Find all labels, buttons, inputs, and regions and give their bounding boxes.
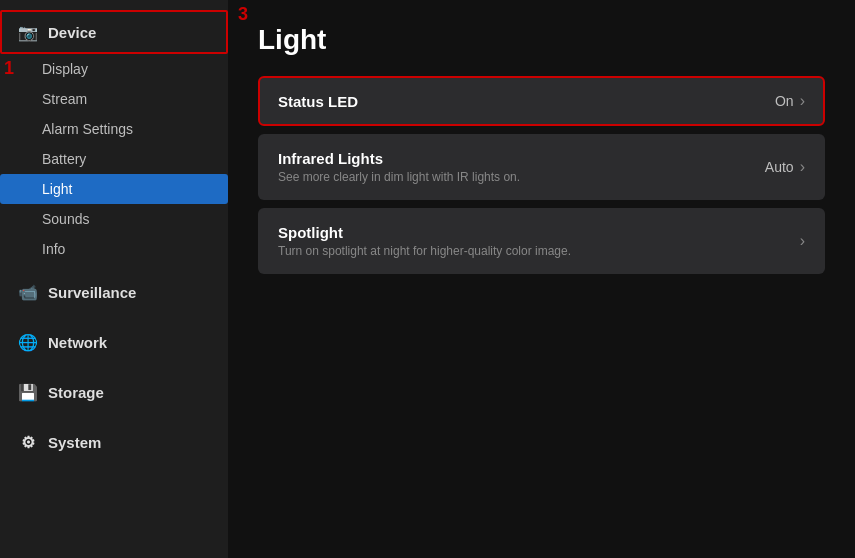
setting-value-spotlight: › [800, 232, 805, 250]
infrared-value: Auto [765, 159, 794, 175]
setting-label-infrared: Infrared Lights [278, 150, 520, 167]
annotation-1: 1 [4, 58, 14, 79]
setting-label-spotlight: Spotlight [278, 224, 571, 241]
setting-desc-spotlight: Turn on spotlight at night for higher-qu… [278, 244, 571, 258]
sidebar-category-system[interactable]: ⚙ System [0, 420, 228, 464]
setting-info-status-led: Status LED [278, 93, 358, 110]
sidebar-category-label-surveillance: Surveillance [48, 284, 136, 301]
chevron-right-icon-infrared: › [800, 158, 805, 176]
sidebar-category-label-storage: Storage [48, 384, 104, 401]
sidebar-section-system: ⚙ System [0, 420, 228, 464]
sidebar-section-network: 🌐 Network [0, 320, 228, 364]
surveillance-icon: 📹 [18, 282, 38, 302]
sidebar-item-sounds[interactable]: Sounds [0, 204, 228, 234]
sidebar: 1 📷 Device Display Stream Alarm Settings… [0, 0, 228, 558]
sidebar-item-light[interactable]: 2 Light [0, 174, 228, 204]
status-led-value: On [775, 93, 794, 109]
sidebar-item-display[interactable]: Display [0, 54, 228, 84]
sidebar-category-device[interactable]: 📷 Device [0, 10, 228, 54]
annotation-3: 3 [238, 4, 248, 25]
page-title: Light [258, 24, 825, 56]
sidebar-category-surveillance[interactable]: 📹 Surveillance [0, 270, 228, 314]
setting-row-spotlight[interactable]: Spotlight Turn on spotlight at night for… [258, 208, 825, 274]
setting-row-status-led[interactable]: Status LED On › [258, 76, 825, 126]
setting-value-infrared: Auto › [765, 158, 805, 176]
sidebar-section-device: 📷 Device Display Stream Alarm Settings B… [0, 10, 228, 264]
settings-list: Status LED On › Infrared Lights See more… [258, 76, 825, 274]
sidebar-category-storage[interactable]: 💾 Storage [0, 370, 228, 414]
setting-info-infrared: Infrared Lights See more clearly in dim … [278, 150, 520, 184]
setting-desc-infrared: See more clearly in dim light with IR li… [278, 170, 520, 184]
chevron-right-icon: › [800, 92, 805, 110]
device-icon: 📷 [18, 22, 38, 42]
light-label: Light [42, 181, 72, 197]
sidebar-category-network[interactable]: 🌐 Network [0, 320, 228, 364]
sidebar-item-alarm[interactable]: Alarm Settings [0, 114, 228, 144]
system-icon: ⚙ [18, 432, 38, 452]
chevron-right-icon-spotlight: › [800, 232, 805, 250]
sidebar-section-storage: 💾 Storage [0, 370, 228, 414]
sidebar-item-info[interactable]: Info [0, 234, 228, 264]
sidebar-category-label-system: System [48, 434, 101, 451]
sidebar-item-battery[interactable]: Battery [0, 144, 228, 174]
setting-row-infrared[interactable]: Infrared Lights See more clearly in dim … [258, 134, 825, 200]
setting-info-spotlight: Spotlight Turn on spotlight at night for… [278, 224, 571, 258]
storage-icon: 💾 [18, 382, 38, 402]
setting-label-status-led: Status LED [278, 93, 358, 110]
sidebar-section-surveillance: 📹 Surveillance [0, 270, 228, 314]
sidebar-item-stream[interactable]: Stream [0, 84, 228, 114]
main-content: Light 3 Status LED On › Infrared Lights … [228, 0, 855, 558]
setting-value-status-led: On › [775, 92, 805, 110]
network-icon: 🌐 [18, 332, 38, 352]
sidebar-category-label-device: Device [48, 24, 96, 41]
sidebar-category-label-network: Network [48, 334, 107, 351]
